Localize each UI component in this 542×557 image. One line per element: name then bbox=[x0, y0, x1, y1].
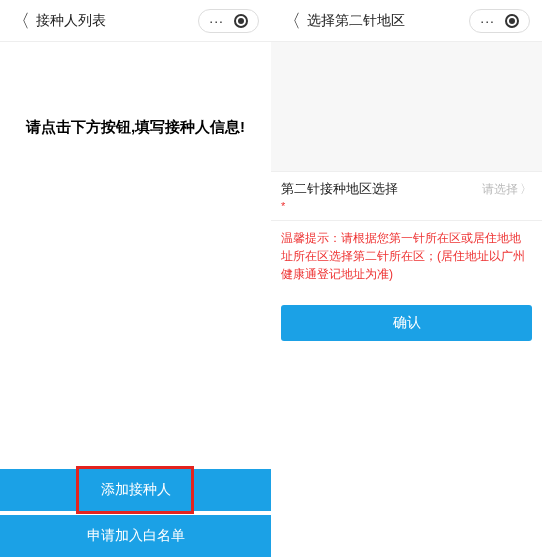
chevron-right-icon: 〉 bbox=[520, 181, 532, 198]
back-icon[interactable]: 〈 bbox=[12, 9, 30, 33]
capsule-right[interactable]: ··· bbox=[469, 9, 530, 33]
confirm-button[interactable]: 确认 bbox=[281, 305, 532, 341]
page-title-right: 选择第二针地区 bbox=[307, 12, 469, 30]
left-pane: 〈 接种人列表 ··· 请点击下方按钮,填写接种人信息! 添加接种人 申请加入白… bbox=[0, 0, 271, 557]
back-icon[interactable]: 〈 bbox=[283, 9, 301, 33]
empty-state-message: 请点击下方按钮,填写接种人信息! bbox=[0, 118, 271, 137]
field-placeholder: 请选择 bbox=[482, 181, 518, 198]
menu-dots-icon[interactable]: ··· bbox=[209, 13, 224, 29]
close-target-icon[interactable] bbox=[234, 14, 248, 28]
spacer bbox=[271, 42, 542, 172]
apply-whitelist-button[interactable]: 申请加入白名单 bbox=[0, 515, 271, 557]
header-right: 〈 选择第二针地区 ··· bbox=[271, 0, 542, 42]
field-label: 第二针接种地区选择 bbox=[281, 180, 482, 198]
region-select-field[interactable]: 第二针接种地区选择 请选择 〉 * bbox=[271, 172, 542, 221]
header-left: 〈 接种人列表 ··· bbox=[0, 0, 271, 42]
add-recipient-button[interactable]: 添加接种人 bbox=[0, 469, 271, 511]
capsule-left[interactable]: ··· bbox=[198, 9, 259, 33]
warning-tip: 温馨提示：请根据您第一针所在区或居住地地址所在区选择第二针所在区；(居住地址以广… bbox=[271, 221, 542, 297]
close-target-icon[interactable] bbox=[505, 14, 519, 28]
right-pane: 〈 选择第二针地区 ··· 第二针接种地区选择 请选择 〉 * 温馨提示：请根据… bbox=[271, 0, 542, 557]
required-mark: * bbox=[281, 200, 532, 212]
page-title-left: 接种人列表 bbox=[36, 12, 198, 30]
menu-dots-icon[interactable]: ··· bbox=[480, 13, 495, 29]
bottom-actions: 添加接种人 申请加入白名单 bbox=[0, 469, 271, 557]
